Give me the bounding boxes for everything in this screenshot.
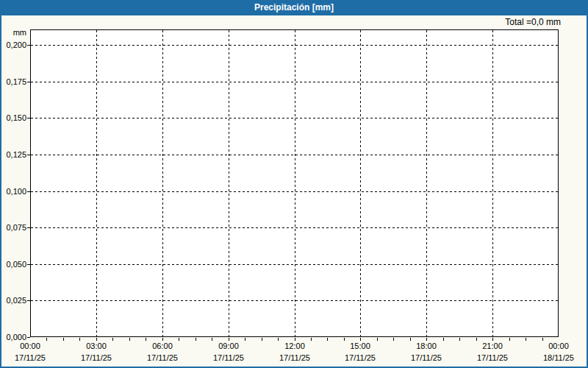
x-tick-time: 21:00: [466, 340, 519, 352]
x-axis-tick: [229, 338, 229, 341]
y-axis-tick: [27, 191, 30, 192]
y-axis-tick: [27, 118, 30, 118]
x-tick-date: 17/11/25: [268, 352, 321, 364]
x-tick-time: 15:00: [334, 340, 387, 352]
x-axis-tick: [344, 338, 345, 341]
x-axis-tick: [96, 338, 97, 341]
y-tick-label: 0,150: [0, 113, 26, 123]
x-axis-tick: [360, 338, 361, 341]
x-tick-time: 09:00: [202, 340, 255, 352]
x-tick-label: 00:0018/11/25: [532, 340, 585, 364]
y-tick-label: 0,050: [0, 260, 26, 269]
x-tick-time: 06:00: [136, 340, 189, 352]
x-axis-tick: [526, 338, 526, 341]
x-tick-label: 15:0017/11/25: [334, 340, 387, 364]
x-tick-label: 21:0017/11/25: [466, 340, 519, 364]
x-tick-time: 00:00: [532, 340, 585, 352]
chart-window: Precipitación [mm] Total =0,0 mm mm 0,20…: [0, 0, 588, 368]
x-axis-tick: [245, 338, 245, 341]
x-axis-tick: [377, 338, 378, 341]
total-annotation: Total =0,0 mm: [340, 17, 561, 28]
title-bar: Precipitación [mm]: [0, 0, 588, 15]
grid-line-vertical: [492, 30, 493, 336]
x-axis-tick: [146, 338, 146, 341]
x-axis-tick: [476, 338, 477, 341]
x-axis-tick: [63, 338, 64, 341]
y-axis-tick: [27, 227, 30, 228]
x-axis-tick: [492, 338, 493, 341]
x-tick-date: 17/11/25: [202, 352, 255, 364]
y-axis-tick: [27, 155, 30, 155]
x-tick-date: 17/11/25: [334, 352, 387, 364]
x-axis-tick: [393, 338, 394, 341]
x-tick-date: 18/11/25: [532, 352, 585, 364]
x-axis-tick: [112, 338, 113, 341]
grid-line-vertical: [426, 30, 427, 336]
x-axis-tick: [311, 338, 312, 341]
x-axis-tick: [443, 338, 444, 341]
y-axis-unit-label: mm: [0, 28, 26, 38]
y-tick-label: 0,075: [0, 223, 26, 233]
x-axis-tick: [509, 338, 510, 341]
x-axis-tick: [542, 338, 543, 341]
x-axis-tick: [426, 338, 427, 341]
x-tick-time: 03:00: [70, 340, 123, 352]
x-tick-label: 00:0017/11/25: [4, 340, 57, 364]
x-tick-date: 17/11/25: [400, 352, 453, 364]
x-tick-date: 17/11/25: [136, 352, 189, 364]
x-axis-tick: [410, 338, 411, 341]
chart-title: Precipitación [mm]: [254, 2, 334, 13]
grid-line-vertical: [360, 30, 361, 336]
x-tick-date: 17/11/25: [4, 352, 57, 364]
y-axis-tick: [27, 337, 30, 338]
x-axis-tick: [295, 338, 295, 341]
x-tick-label: 09:0017/11/25: [202, 340, 255, 364]
x-axis-tick: [262, 338, 262, 341]
x-tick-label: 12:0017/11/25: [268, 340, 321, 364]
x-tick-label: 03:0017/11/25: [70, 340, 123, 364]
y-axis-tick: [27, 45, 30, 46]
y-tick-label: 0,100: [0, 187, 26, 197]
x-tick-date: 17/11/25: [466, 352, 519, 364]
x-tick-date: 17/11/25: [70, 352, 123, 364]
x-tick-label: 06:0017/11/25: [136, 340, 189, 364]
y-tick-label: 0,175: [0, 77, 26, 87]
x-axis-tick: [179, 338, 179, 341]
grid-line-vertical: [96, 30, 97, 336]
x-tick-label: 18:0017/11/25: [400, 340, 453, 364]
y-axis-tick: [27, 82, 30, 82]
x-axis-tick: [327, 338, 328, 341]
grid-line-vertical: [162, 30, 163, 336]
x-axis-tick: [46, 338, 47, 341]
x-axis-tick: [196, 338, 196, 341]
x-axis-tick: [129, 338, 130, 341]
y-tick-label: 0,125: [0, 150, 26, 160]
y-tick-label: 0,025: [0, 296, 26, 305]
x-tick-time: 12:00: [268, 340, 321, 352]
grid-line-vertical: [229, 30, 229, 336]
y-axis-tick: [27, 300, 30, 301]
grid-line-vertical: [295, 30, 295, 336]
x-axis-tick: [459, 338, 460, 341]
x-axis-tick: [278, 338, 279, 341]
x-axis-tick: [212, 338, 212, 341]
x-axis-tick: [79, 338, 80, 341]
x-tick-time: 00:00: [4, 340, 57, 352]
x-axis-tick: [162, 338, 163, 341]
y-tick-label: 0,200: [0, 40, 26, 50]
x-tick-time: 18:00: [400, 340, 453, 352]
y-axis-tick: [27, 264, 30, 265]
